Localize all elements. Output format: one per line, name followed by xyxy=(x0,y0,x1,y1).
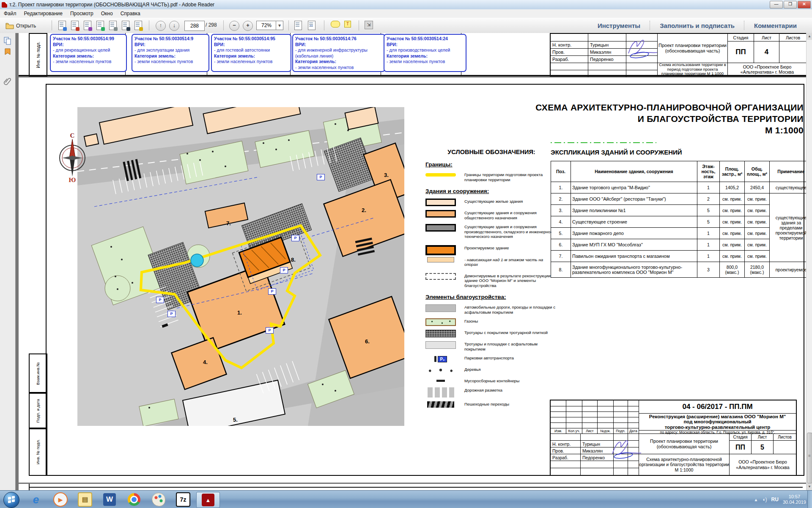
start-button[interactable] xyxy=(3,492,19,508)
zoom-dropdown-arrow[interactable]: ▾ xyxy=(276,21,283,30)
screen: т.2. Проект планировки территории (ОБОСН… xyxy=(0,0,812,508)
scroll-up-arrow[interactable]: ▲ xyxy=(807,33,812,40)
table-cell: Здание ООО "Айсберг" (ресторан "Тануки") xyxy=(571,193,697,205)
close-button[interactable]: ✕ xyxy=(798,1,811,8)
stamp-grid-cell xyxy=(613,411,628,417)
legend-item-label: Тротуары с покрытием тротуарной плиткой xyxy=(464,330,548,335)
legend-item: Проектируемое здание xyxy=(425,245,557,255)
explication-header: Площ. застр., м² xyxy=(720,161,745,182)
scrolling-mode-icon[interactable] xyxy=(294,21,304,30)
open-button[interactable]: Открыть xyxy=(3,20,39,32)
zoom-out-button[interactable]: − xyxy=(229,21,239,31)
legend-item: Тротуары и площадки с асфальтовым покрыт… xyxy=(425,341,557,351)
toolbar-panel-3[interactable]: Комментарии xyxy=(745,22,806,29)
table-cell: см. прим. xyxy=(720,193,745,205)
acrobat-icon: ▲ xyxy=(202,494,214,506)
marking-swatch-icon xyxy=(425,387,456,398)
tb4-stage-label: Стадия xyxy=(727,34,754,41)
menu-item-3[interactable]: Просмотр xyxy=(66,10,97,17)
zoom-in-button[interactable]: + xyxy=(243,21,253,31)
share-file-icon[interactable] xyxy=(58,21,68,30)
table-cell: 2180,0 (макс.) xyxy=(745,262,770,278)
stamp-grid-cell xyxy=(628,417,639,422)
table-cell: Существующее строение xyxy=(571,216,697,228)
upload-icon[interactable] xyxy=(96,21,106,30)
explication-header: Поз. xyxy=(551,161,571,182)
tb4-sheets-value xyxy=(779,41,807,63)
taskbar-icon-7zip[interactable]: 7z xyxy=(172,492,195,507)
stamp-col-header: Лист xyxy=(582,428,597,433)
table-cell: 3. xyxy=(551,205,571,216)
taskbar-icon-internet-explorer[interactable]: e xyxy=(25,492,47,507)
note-cell: проектируемое xyxy=(770,262,812,278)
toolbar-panel-1[interactable]: Инструменты xyxy=(588,22,650,29)
stamp-sign-cell xyxy=(613,433,628,440)
fit-page-icon[interactable]: ↔ xyxy=(308,21,317,30)
legend-item-label: Тротуары и площадки с асфальтовым покрыт… xyxy=(464,341,557,351)
legend-item-label: Дорожная разметка xyxy=(464,387,502,393)
parking-badge: P xyxy=(291,235,299,241)
previous-page-button[interactable]: ↑ xyxy=(156,21,166,31)
next-page-button[interactable]: ↓ xyxy=(169,21,179,31)
taskbar-icon-paint[interactable] xyxy=(147,492,170,507)
taskbar-icon-acrobat[interactable]: ▲ xyxy=(196,492,220,508)
menu-item-4[interactable]: Окно xyxy=(97,10,117,17)
page-number-input[interactable] xyxy=(184,21,205,31)
stamp-sign-cell xyxy=(613,461,628,468)
site-plan-map[interactable]: 1.2.3.4.5.6.7.8. PPPPPPP xyxy=(77,107,404,426)
system-tray: ▲ ◖) RU 10:57 30.04.2019 xyxy=(754,491,806,508)
scroll-down-arrow[interactable]: ▼ xyxy=(807,483,812,490)
stamp-grid-cell xyxy=(628,422,639,428)
taskbar-icon-chrome[interactable] xyxy=(123,492,145,507)
explication-header: Примечание xyxy=(770,161,812,182)
sign-document-icon[interactable] xyxy=(84,21,93,30)
legend: УСЛОВНЫЕ ОБОЗНАЧЕНИЯ: Границы:Границы те… xyxy=(425,149,557,411)
minimize-button[interactable]: — xyxy=(770,1,783,8)
table-cell: 5 xyxy=(697,216,720,228)
export-pdf-icon[interactable] xyxy=(71,21,80,30)
menu-item-5[interactable]: Справка xyxy=(117,10,144,17)
highlight-text-icon[interactable]: T xyxy=(344,21,354,30)
tb4-name-cell: Педоренко xyxy=(588,55,626,63)
legend-item: Существующие здания и сооружения обществ… xyxy=(425,210,557,220)
table-cell: см. прим. xyxy=(745,228,770,239)
print-icon[interactable] xyxy=(122,21,131,30)
page5-title-block-table: Изм.Кол.уч.Лист№док.Подп.ДатаН. контр.Ту… xyxy=(550,400,797,476)
language-indicator[interactable]: RU xyxy=(771,497,779,502)
legend-item: Существующие жилые здания xyxy=(425,199,557,206)
menu-item-1[interactable]: Файл xyxy=(0,10,20,17)
page-4-bottom-strip: Инв. № подл. Участок № 50:55:0030514:99В… xyxy=(19,33,806,76)
bookmarks-icon[interactable] xyxy=(3,47,12,57)
stamp-grid-cell xyxy=(551,411,566,417)
vertical-scrollbar[interactable]: ▲ ▼ xyxy=(806,33,812,490)
tb4-name-cell xyxy=(588,34,626,41)
show-desktop-button[interactable] xyxy=(807,491,812,508)
taskbar-icon-word[interactable]: W xyxy=(98,492,121,507)
stamp-grid-cell xyxy=(582,400,597,406)
fullscreen-icon[interactable]: ⇲ xyxy=(365,21,374,30)
email-icon[interactable] xyxy=(134,21,144,30)
maximize-button[interactable]: ❐ xyxy=(784,1,797,8)
legend-item-label: Автомобильные дороги, проезды и площадки… xyxy=(464,304,557,315)
zoom-level-field[interactable]: 72% xyxy=(256,21,277,30)
table-cell: 8. xyxy=(551,262,571,278)
clock[interactable]: 10:57 30.04.2019 xyxy=(783,494,806,505)
page-6-top-strip xyxy=(19,484,806,490)
tb4-org: ООО «Проектное Бюро «Альтернатива» г. Мо… xyxy=(727,63,807,76)
stamp-role-3: Разраб. xyxy=(551,454,580,461)
tray-volume-icon[interactable]: ◖) xyxy=(762,497,767,502)
taskbar-icon-explorer[interactable]: ▤ xyxy=(74,492,96,507)
hidden-icons-arrow[interactable]: ▲ xyxy=(754,497,758,502)
tb4-sign-cell xyxy=(626,41,657,48)
comment-bubble-icon[interactable] xyxy=(331,21,340,30)
save-icon[interactable] xyxy=(109,21,118,30)
title-bar: т.2. Проект планировки территории (ОБОСН… xyxy=(0,0,812,10)
menu-item-2[interactable]: Редактирование xyxy=(20,10,66,17)
taskbar-icon-media-player[interactable]: ▶ xyxy=(49,492,72,507)
toolbar-panel-2[interactable]: Заполнить и подписать xyxy=(650,22,744,29)
7zip-icon: 7z xyxy=(176,492,190,507)
attachments-icon[interactable] xyxy=(3,77,12,86)
page-thumbnails-icon[interactable] xyxy=(3,36,12,46)
merged-note-cell: существующие здания за пределами проекти… xyxy=(770,193,812,262)
scrollbar-thumb[interactable] xyxy=(807,433,812,483)
